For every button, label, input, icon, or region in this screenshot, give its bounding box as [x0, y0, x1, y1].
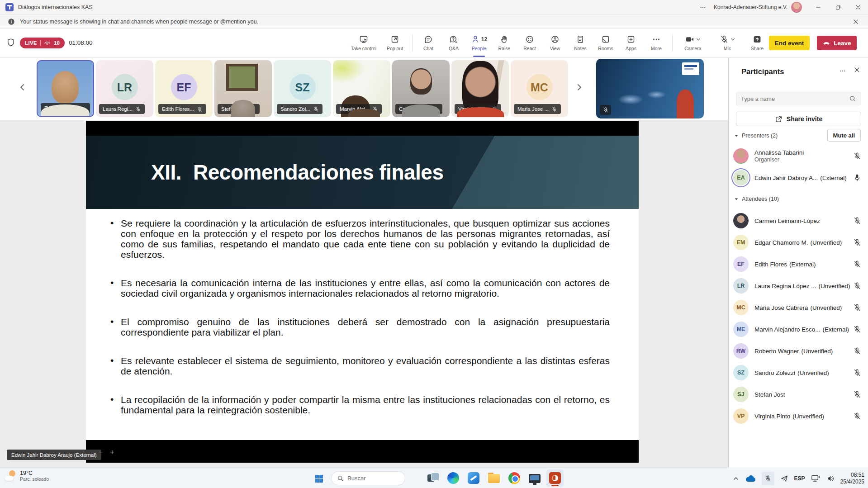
zoom-in-button[interactable]: +: [110, 448, 114, 456]
task-view-icon[interactable]: [424, 469, 441, 487]
mic-muted-icon[interactable]: [853, 238, 861, 246]
security-shield-icon[interactable]: [6, 38, 15, 47]
participant-row-roberto[interactable]: RW Roberto Wagner(Unverified): [729, 340, 868, 362]
clock[interactable]: 08:51 25/4/2025: [840, 472, 864, 485]
blue-app-icon[interactable]: [465, 469, 482, 487]
mic-muted-icon[interactable]: [853, 303, 861, 312]
filmstrip-prev-button[interactable]: [16, 81, 28, 93]
share-invite-button[interactable]: Share invite: [736, 112, 861, 126]
mute-all-button[interactable]: Mute all: [827, 129, 861, 142]
raise-hand-button[interactable]: Raise: [492, 28, 517, 57]
participant-search[interactable]: [736, 92, 861, 105]
video-tile-carmen[interactable]: Carmen Lei...: [392, 60, 450, 117]
rooms-button[interactable]: Rooms: [593, 28, 618, 57]
camera-options-chevron-icon[interactable]: [696, 37, 701, 42]
taskbar-search-input[interactable]: [347, 475, 427, 482]
file-explorer-icon[interactable]: [485, 469, 503, 487]
zoom-out-button[interactable]: −: [99, 448, 103, 456]
spotlight-video-tile[interactable]: [596, 59, 704, 118]
notification-close-icon[interactable]: [849, 15, 863, 28]
view-button[interactable]: View: [542, 28, 568, 57]
react-button[interactable]: React: [517, 28, 542, 57]
video-tile-stefan[interactable]: Stefan Jost: [214, 60, 272, 117]
mic-muted-icon[interactable]: [853, 369, 861, 377]
status-notification-banner: Your status message is showing in chat a…: [0, 15, 868, 28]
panel-close-icon[interactable]: [854, 67, 860, 73]
participant-row-virginia[interactable]: VP Virginia Pinto(Unverified): [729, 405, 868, 427]
weather-widget[interactable]: 19°C Parc. soleado: [5, 470, 49, 482]
leave-button[interactable]: Leave: [817, 36, 857, 50]
search-icon: [849, 95, 856, 102]
edge-browser-icon[interactable]: [445, 469, 462, 487]
attendees-section-header[interactable]: Attendees (10): [734, 196, 779, 202]
apps-button[interactable]: Apps: [618, 28, 644, 57]
filmstrip-next-button[interactable]: [574, 81, 585, 93]
mic-muted-icon[interactable]: [853, 325, 861, 333]
avatar-initials: EM: [733, 235, 749, 250]
chrome-browser-icon[interactable]: [506, 469, 523, 487]
tray-expand-chevron-icon[interactable]: [733, 475, 739, 482]
tile-name-label: Virginia Pin...: [455, 104, 501, 114]
viewers-eye-icon: [44, 40, 51, 47]
mic-muted-icon[interactable]: [853, 282, 861, 290]
video-tile-sandro[interactable]: SZ Sandro Zol...: [274, 60, 331, 117]
titlebar-more-icon[interactable]: [697, 0, 709, 15]
end-event-button[interactable]: End event: [769, 36, 810, 50]
video-tile-edwin[interactable]: Edwin Jahir Dab...: [37, 60, 94, 117]
more-button[interactable]: More: [644, 28, 669, 57]
participant-row-sandro[interactable]: SZ Sandro Zolezzi(Unverified): [729, 362, 868, 384]
location-send-icon[interactable]: [780, 474, 788, 483]
speaker-icon[interactable]: [826, 474, 835, 483]
video-tile-marvin[interactable]: Marvin Alej...: [333, 60, 390, 117]
chat-button[interactable]: Chat: [416, 28, 441, 57]
presenters-section-header[interactable]: Presenters (2): [734, 133, 778, 139]
take-control-button[interactable]: Take control: [346, 28, 381, 57]
taskbar-search[interactable]: [331, 471, 405, 485]
participant-row-laura[interactable]: LR Laura Regina López ...(Unverified): [729, 275, 868, 297]
network-monitor-icon[interactable]: [811, 474, 821, 483]
mic-muted-icon[interactable]: [853, 347, 861, 355]
keyboard-language[interactable]: ESP: [794, 475, 805, 482]
mic-muted-icon[interactable]: [853, 390, 861, 398]
close-button[interactable]: [848, 0, 868, 15]
participant-row-maria[interactable]: MC Maria Jose Cabrera(Unverified): [729, 297, 868, 318]
participant-row-edith[interactable]: EF Edith Flores(External): [729, 253, 868, 275]
tile-name-label: Carmen Lei...: [395, 104, 442, 114]
mic-button[interactable]: Mic: [710, 28, 745, 57]
participant-row-annalissa[interactable]: Annalissa Tabarini Organiser: [729, 145, 868, 167]
panel-more-icon[interactable]: [839, 67, 846, 75]
mic-options-chevron-icon[interactable]: [730, 37, 735, 42]
share-button[interactable]: Share: [745, 28, 770, 57]
account-name: Konrad-Adenauer-Stiftung e.V.: [714, 4, 787, 10]
participant-row-edwin[interactable]: EA Edwin Jahir Dabroy A...(External): [729, 167, 868, 189]
participant-row-marvin[interactable]: ME Marvin Alejandro Esco...(External): [729, 318, 868, 340]
slide-bullet: El compromiso genuino de las institucion…: [121, 317, 610, 337]
monitor-app-icon[interactable]: [526, 469, 543, 487]
start-button[interactable]: [312, 472, 326, 485]
mic-muted-icon[interactable]: [853, 152, 861, 160]
powerpoint-icon[interactable]: [546, 469, 564, 487]
video-tile-virginia[interactable]: Virginia Pin...: [451, 60, 509, 117]
onedrive-cloud-icon[interactable]: [745, 475, 756, 482]
video-tile-edith[interactable]: EF Edith Flores...: [155, 60, 213, 117]
pop-out-button[interactable]: Pop out: [381, 28, 409, 57]
mic-muted-icon[interactable]: [853, 412, 861, 420]
mic-muted-icon[interactable]: [853, 260, 861, 268]
minimize-button[interactable]: [808, 0, 828, 15]
restore-button[interactable]: [828, 0, 848, 15]
video-tile-maria[interactable]: MC Maria Jose ...: [511, 60, 568, 117]
video-tile-laura[interactable]: LR Laura Regi...: [96, 60, 153, 117]
participant-row-carmen[interactable]: Carmen Leimann-López: [729, 210, 868, 232]
mic-on-icon[interactable]: [853, 174, 861, 182]
participant-row-stefan[interactable]: SJ Stefan Jost: [729, 384, 868, 405]
mic-muted-icon[interactable]: [853, 217, 861, 225]
camera-button[interactable]: Camera: [676, 28, 710, 57]
notes-button[interactable]: Notes: [568, 28, 593, 57]
participant-search-input[interactable]: [741, 95, 845, 102]
participant-row-edgar[interactable]: EM Edgar Chamorro M.(Unverified): [729, 232, 868, 253]
account-avatar[interactable]: [791, 2, 802, 13]
qa-button[interactable]: Q&A: [441, 28, 466, 57]
view-icon: [550, 35, 560, 44]
people-button[interactable]: 12 People: [466, 28, 492, 57]
system-mic-muted-icon[interactable]: [762, 472, 774, 485]
